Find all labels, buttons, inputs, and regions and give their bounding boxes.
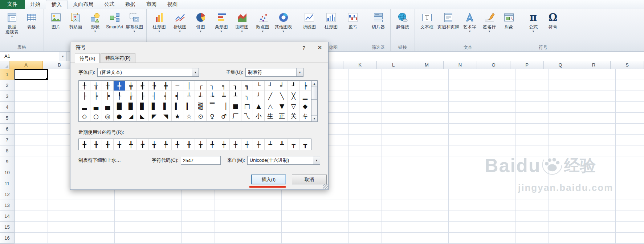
- symbol-cell[interactable]: ▎: [183, 101, 195, 111]
- symbol-cell[interactable]: 正: [276, 111, 288, 121]
- hyperlink-button[interactable]: 超链接: [393, 10, 412, 43]
- chevron-down-icon[interactable]: ▾: [158, 30, 160, 33]
- symbol-cell[interactable]: └: [253, 81, 265, 91]
- recent-symbol-cell[interactable]: ╀: [207, 139, 218, 150]
- symbol-cell[interactable]: ▍: [172, 101, 183, 111]
- close-button[interactable]: ✕: [311, 42, 328, 53]
- recent-symbol-cell[interactable]: ╆: [137, 139, 148, 150]
- symbol-cell[interactable]: ─: [172, 81, 183, 91]
- symbol-cell[interactable]: ▕: [218, 101, 230, 111]
- symbol-cell[interactable]: ┒: [230, 81, 241, 91]
- symbol-cell[interactable]: 厂: [230, 111, 241, 121]
- symbol-cell[interactable]: ┙: [276, 81, 288, 91]
- row-header-6[interactable]: 6: [0, 124, 15, 135]
- symbol-cell[interactable]: ╳: [288, 91, 299, 101]
- chevron-down-icon[interactable]: ▾: [94, 30, 96, 33]
- recent-symbol-cell[interactable]: ╋: [79, 139, 90, 150]
- line-chart-button[interactable]: 折线图▾: [170, 10, 190, 43]
- recent-symbol-cell[interactable]: ╇: [125, 139, 137, 150]
- sparkline-column-button[interactable]: 柱形图: [320, 10, 342, 43]
- row-header-7[interactable]: 7: [0, 135, 15, 145]
- symbol-cell-selected[interactable]: ╇: [114, 81, 125, 91]
- row-header-4[interactable]: 4: [0, 102, 15, 113]
- symbol-cell[interactable]: ○: [90, 111, 102, 121]
- symbol-cell[interactable]: ╡: [172, 91, 183, 101]
- pie-chart-button[interactable]: 饼图▾: [190, 10, 211, 43]
- symbol-button[interactable]: Ω符号: [543, 10, 563, 43]
- symbol-cell[interactable]: ◢: [125, 111, 137, 121]
- symbol-cell[interactable]: ♂: [218, 111, 230, 121]
- symbol-cell[interactable]: ◇: [79, 111, 90, 121]
- symbol-cell[interactable]: ▂: [79, 101, 90, 111]
- subset-chevron-down-icon[interactable]: ▾: [296, 68, 303, 76]
- chevron-down-icon[interactable]: ▾: [179, 30, 181, 33]
- symbol-cell[interactable]: ▁: [299, 91, 311, 101]
- recent-symbol-cell[interactable]: ┳: [299, 139, 311, 150]
- tab-special-characters[interactable]: 特殊字符(P): [101, 53, 135, 63]
- symbol-cell[interactable]: ⊙: [195, 111, 207, 121]
- row-header-3[interactable]: 3: [0, 91, 15, 102]
- pivot-table-button[interactable]: 数据 透视表▾: [2, 10, 22, 43]
- column-header-R[interactable]: R: [577, 61, 611, 69]
- column-header-N[interactable]: N: [444, 61, 477, 69]
- column-header-S[interactable]: S: [611, 61, 644, 69]
- symbol-cell[interactable]: ╮: [241, 91, 253, 101]
- row-header-15[interactable]: 15: [0, 222, 15, 233]
- chevron-down-icon[interactable]: ▾: [489, 30, 490, 33]
- equation-button[interactable]: π公式▾: [523, 10, 543, 43]
- symbol-cell[interactable]: ┝: [299, 81, 311, 91]
- chevron-down-icon[interactable]: ▾: [241, 30, 243, 33]
- from-select[interactable]: Unicode(十六进制) ▾: [247, 156, 320, 165]
- symbol-cell[interactable]: ▉: [125, 101, 137, 111]
- symbol-cell[interactable]: 乁: [241, 111, 253, 121]
- symbol-cell[interactable]: ┥: [160, 91, 172, 101]
- row-header-13[interactable]: 13: [0, 200, 15, 211]
- recent-symbol-cell[interactable]: ┬: [288, 139, 299, 150]
- char-code-input[interactable]: [181, 156, 221, 165]
- smartart-button[interactable]: SmartArt: [105, 10, 125, 43]
- font-chevron-down-icon[interactable]: ▾: [192, 68, 199, 76]
- wordart-button[interactable]: 艺术字▾: [460, 10, 480, 43]
- chevron-down-icon[interactable]: ▾: [220, 30, 222, 33]
- symbol-cell[interactable]: ◆: [299, 101, 311, 111]
- bar-chart-button[interactable]: 条形图▾: [211, 10, 232, 43]
- row-header-1[interactable]: 1: [0, 69, 15, 80]
- scrollbar-thumb[interactable]: [311, 87, 317, 100]
- row-header-5[interactable]: 5: [0, 113, 15, 124]
- signature-line-button[interactable]: 签名行▾: [480, 10, 499, 43]
- symbol-cell[interactable]: ┘: [265, 81, 276, 91]
- symbol-cell[interactable]: 小: [253, 111, 265, 121]
- symbol-cell[interactable]: ◎: [102, 111, 114, 121]
- table-button[interactable]: 表格: [22, 10, 41, 43]
- selected-cell[interactable]: [15, 69, 48, 80]
- symbol-cell[interactable]: ┷: [218, 91, 230, 101]
- tab-formulas[interactable]: 公式: [99, 0, 120, 9]
- tab-insert[interactable]: 插入: [46, 0, 68, 9]
- insert-button[interactable]: 插入(I): [251, 175, 286, 184]
- symbol-cell[interactable]: キ: [299, 111, 311, 121]
- symbol-cell[interactable]: ╊: [148, 81, 160, 91]
- recent-symbol-cell[interactable]: ┸: [276, 139, 288, 150]
- recent-symbol-cell[interactable]: ╈: [114, 139, 125, 150]
- select-all-corner[interactable]: [0, 61, 9, 69]
- recent-symbol-cell[interactable]: ╁: [195, 139, 207, 150]
- row-header-9[interactable]: 9: [0, 156, 15, 167]
- symbol-cell[interactable]: ▒: [195, 101, 207, 111]
- symbol-cell[interactable]: ╱: [265, 91, 276, 101]
- symbol-cell[interactable]: ┶: [207, 91, 218, 101]
- tab-page-layout[interactable]: 页面布局: [68, 0, 99, 9]
- area-chart-button[interactable]: 面积图▾: [232, 10, 252, 43]
- cancel-button[interactable]: 取消: [292, 175, 327, 184]
- column-header-O[interactable]: O: [477, 61, 510, 69]
- symbol-cell[interactable]: ╂: [102, 81, 114, 91]
- tab-data[interactable]: 数据: [120, 0, 141, 9]
- recent-symbol-cell[interactable]: ┿: [218, 139, 230, 150]
- symbol-cell[interactable]: 生: [265, 111, 276, 121]
- symbol-cell[interactable]: ┤: [148, 91, 160, 101]
- sparkline-winloss-button[interactable]: 盈亏: [342, 10, 364, 43]
- dialog-titlebar[interactable]: 符号 ? ✕: [70, 42, 328, 53]
- symbol-cell[interactable]: ┌: [195, 81, 207, 91]
- subset-select[interactable]: 制表符 ▾: [245, 68, 303, 77]
- chevron-down-icon[interactable]: ▾: [282, 30, 284, 33]
- picture-button[interactable]: 图片: [46, 10, 66, 43]
